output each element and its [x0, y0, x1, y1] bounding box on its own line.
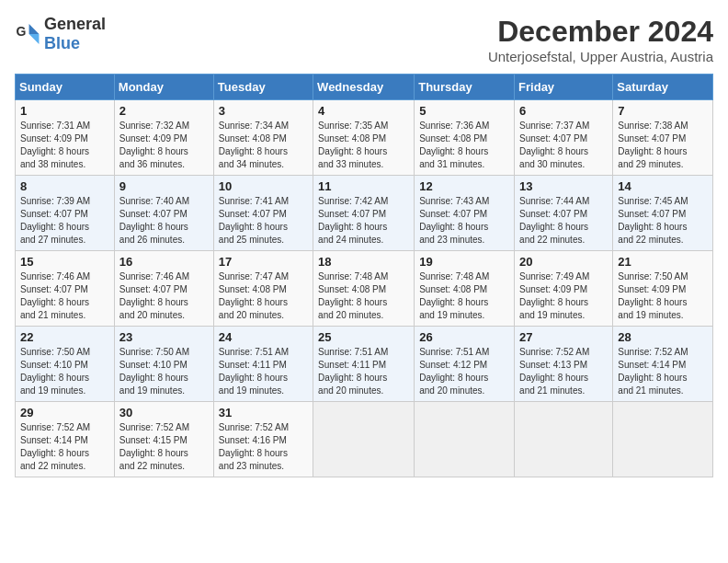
day-info: Sunrise: 7:34 AMSunset: 4:08 PMDaylight:… [219, 120, 308, 171]
calendar-cell: 3Sunrise: 7:34 AMSunset: 4:08 PMDaylight… [213, 100, 313, 176]
calendar-cell: 13Sunrise: 7:44 AMSunset: 4:07 PMDayligh… [515, 176, 613, 251]
calendar-week-1: 1Sunrise: 7:31 AMSunset: 4:09 PMDaylight… [16, 100, 713, 176]
day-info: Sunrise: 7:51 AMSunset: 4:12 PMDaylight:… [419, 346, 509, 397]
day-number: 19 [419, 255, 509, 269]
calendar-cell: 7Sunrise: 7:38 AMSunset: 4:07 PMDaylight… [613, 100, 713, 176]
calendar-cell: 9Sunrise: 7:40 AMSunset: 4:07 PMDaylight… [114, 176, 213, 251]
day-info: Sunrise: 7:43 AMSunset: 4:07 PMDaylight:… [419, 195, 509, 247]
day-number: 18 [318, 255, 409, 269]
calendar-cell: 12Sunrise: 7:43 AMSunset: 4:07 PMDayligh… [415, 176, 515, 251]
calendar-cell: 18Sunrise: 7:48 AMSunset: 4:08 PMDayligh… [313, 251, 415, 327]
day-info: Sunrise: 7:48 AMSunset: 4:08 PMDaylight:… [318, 270, 409, 322]
day-number: 14 [618, 179, 708, 193]
day-info: Sunrise: 7:52 AMSunset: 4:13 PMDaylight:… [519, 346, 608, 397]
day-info: Sunrise: 7:36 AMSunset: 4:08 PMDaylight:… [419, 120, 509, 171]
day-number: 27 [519, 330, 608, 344]
day-number: 8 [20, 179, 109, 193]
page-header: G General Blue December 2024 Unterjosefs… [15, 15, 713, 64]
day-number: 4 [318, 104, 409, 118]
calendar-table: SundayMondayTuesdayWednesdayThursdayFrid… [15, 74, 713, 477]
svg-marker-1 [29, 24, 40, 34]
day-number: 3 [219, 104, 308, 118]
calendar-week-4: 22Sunrise: 7:50 AMSunset: 4:10 PMDayligh… [16, 327, 713, 402]
day-info: Sunrise: 7:46 AMSunset: 4:07 PMDaylight:… [119, 270, 209, 322]
day-number: 12 [419, 179, 509, 193]
calendar-cell: 31Sunrise: 7:52 AMSunset: 4:16 PMDayligh… [213, 402, 313, 477]
column-header-saturday: Saturday [613, 75, 713, 100]
day-info: Sunrise: 7:47 AMSunset: 4:08 PMDaylight:… [219, 270, 308, 322]
day-info: Sunrise: 7:52 AMSunset: 4:14 PMDaylight:… [618, 346, 708, 397]
day-info: Sunrise: 7:40 AMSunset: 4:07 PMDaylight:… [119, 195, 209, 247]
logo-blue: Blue [44, 34, 80, 52]
calendar-cell: 17Sunrise: 7:47 AMSunset: 4:08 PMDayligh… [213, 251, 313, 327]
calendar-week-3: 15Sunrise: 7:46 AMSunset: 4:07 PMDayligh… [16, 251, 713, 327]
calendar-cell: 28Sunrise: 7:52 AMSunset: 4:14 PMDayligh… [613, 327, 713, 402]
day-info: Sunrise: 7:51 AMSunset: 4:11 PMDaylight:… [318, 346, 409, 397]
logo-icon: G [15, 21, 40, 47]
calendar-cell [515, 402, 613, 477]
logo-general: General [44, 15, 106, 33]
day-number: 15 [20, 255, 109, 269]
column-header-sunday: Sunday [16, 75, 115, 100]
calendar-cell [415, 402, 515, 477]
day-number: 17 [219, 255, 308, 269]
day-number: 24 [219, 330, 308, 344]
day-info: Sunrise: 7:52 AMSunset: 4:15 PMDaylight:… [119, 421, 209, 473]
calendar-cell: 24Sunrise: 7:51 AMSunset: 4:11 PMDayligh… [213, 327, 313, 402]
column-header-monday: Monday [114, 75, 213, 100]
location-subtitle: Unterjosefstal, Upper Austria, Austria [488, 49, 713, 64]
day-info: Sunrise: 7:51 AMSunset: 4:11 PMDaylight:… [219, 346, 308, 397]
day-number: 1 [20, 104, 109, 118]
calendar-cell: 30Sunrise: 7:52 AMSunset: 4:15 PMDayligh… [114, 402, 213, 477]
day-number: 5 [419, 104, 509, 118]
calendar-cell [313, 402, 415, 477]
calendar-cell: 29Sunrise: 7:52 AMSunset: 4:14 PMDayligh… [16, 402, 115, 477]
calendar-cell: 16Sunrise: 7:46 AMSunset: 4:07 PMDayligh… [114, 251, 213, 327]
day-info: Sunrise: 7:31 AMSunset: 4:09 PMDaylight:… [20, 120, 109, 171]
svg-text:G: G [17, 24, 27, 39]
calendar-cell: 22Sunrise: 7:50 AMSunset: 4:10 PMDayligh… [16, 327, 115, 402]
calendar-cell: 26Sunrise: 7:51 AMSunset: 4:12 PMDayligh… [415, 327, 515, 402]
day-info: Sunrise: 7:50 AMSunset: 4:10 PMDaylight:… [119, 346, 209, 397]
calendar-cell: 25Sunrise: 7:51 AMSunset: 4:11 PMDayligh… [313, 327, 415, 402]
logo-text: General Blue [44, 15, 106, 53]
calendar-week-2: 8Sunrise: 7:39 AMSunset: 4:07 PMDaylight… [16, 176, 713, 251]
day-number: 9 [119, 179, 209, 193]
day-info: Sunrise: 7:41 AMSunset: 4:07 PMDaylight:… [219, 195, 308, 247]
day-info: Sunrise: 7:35 AMSunset: 4:08 PMDaylight:… [318, 120, 409, 171]
day-info: Sunrise: 7:48 AMSunset: 4:08 PMDaylight:… [419, 270, 509, 322]
calendar-cell: 15Sunrise: 7:46 AMSunset: 4:07 PMDayligh… [16, 251, 115, 327]
day-info: Sunrise: 7:52 AMSunset: 4:14 PMDaylight:… [20, 421, 109, 473]
calendar-cell: 21Sunrise: 7:50 AMSunset: 4:09 PMDayligh… [613, 251, 713, 327]
day-number: 2 [119, 104, 209, 118]
day-info: Sunrise: 7:42 AMSunset: 4:07 PMDaylight:… [318, 195, 409, 247]
day-number: 22 [20, 330, 109, 344]
calendar-cell: 4Sunrise: 7:35 AMSunset: 4:08 PMDaylight… [313, 100, 415, 176]
day-number: 20 [519, 255, 608, 269]
calendar-cell: 14Sunrise: 7:45 AMSunset: 4:07 PMDayligh… [613, 176, 713, 251]
calendar-cell: 27Sunrise: 7:52 AMSunset: 4:13 PMDayligh… [515, 327, 613, 402]
day-info: Sunrise: 7:37 AMSunset: 4:07 PMDaylight:… [519, 120, 608, 171]
day-number: 30 [119, 406, 209, 419]
column-header-wednesday: Wednesday [313, 75, 415, 100]
column-header-friday: Friday [515, 75, 613, 100]
svg-marker-2 [29, 34, 40, 44]
day-info: Sunrise: 7:52 AMSunset: 4:16 PMDaylight:… [219, 421, 308, 473]
day-info: Sunrise: 7:50 AMSunset: 4:10 PMDaylight:… [20, 346, 109, 397]
calendar-cell: 20Sunrise: 7:49 AMSunset: 4:09 PMDayligh… [515, 251, 613, 327]
calendar-cell: 8Sunrise: 7:39 AMSunset: 4:07 PMDaylight… [16, 176, 115, 251]
calendar-cell: 1Sunrise: 7:31 AMSunset: 4:09 PMDaylight… [16, 100, 115, 176]
day-number: 29 [20, 406, 109, 419]
calendar-cell: 10Sunrise: 7:41 AMSunset: 4:07 PMDayligh… [213, 176, 313, 251]
day-info: Sunrise: 7:49 AMSunset: 4:09 PMDaylight:… [519, 270, 608, 322]
day-info: Sunrise: 7:45 AMSunset: 4:07 PMDaylight:… [618, 195, 708, 247]
day-number: 16 [119, 255, 209, 269]
day-number: 21 [618, 255, 708, 269]
calendar-cell [613, 402, 713, 477]
month-title: December 2024 [488, 15, 713, 49]
calendar-cell: 5Sunrise: 7:36 AMSunset: 4:08 PMDaylight… [415, 100, 515, 176]
day-number: 31 [219, 406, 308, 419]
day-number: 10 [219, 179, 308, 193]
column-header-tuesday: Tuesday [213, 75, 313, 100]
calendar-cell: 2Sunrise: 7:32 AMSunset: 4:09 PMDaylight… [114, 100, 213, 176]
